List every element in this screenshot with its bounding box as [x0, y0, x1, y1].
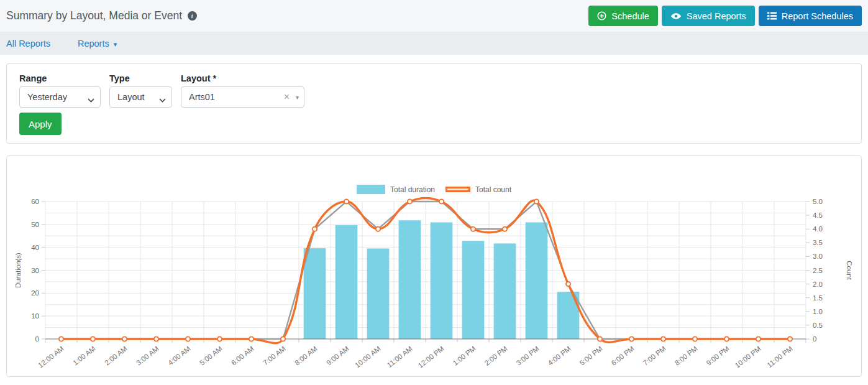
- title-bar: Summary by Layout, Media or Event i Sche…: [0, 0, 868, 32]
- left-axis-tick-label: 30: [31, 267, 39, 274]
- x-axis-category-label: 4:00 PM: [547, 345, 572, 367]
- clear-selection-icon[interactable]: ×: [284, 92, 290, 102]
- right-axis-title: Count: [846, 261, 853, 280]
- duration-bar: [431, 223, 453, 339]
- layout-label: Layout *: [181, 73, 304, 83]
- count-point-marker: [376, 227, 380, 231]
- x-axis-category-label: 6:00 PM: [610, 345, 636, 367]
- x-axis-category-label: 7:00 AM: [262, 345, 287, 366]
- type-select-value: Layout: [117, 92, 145, 102]
- saved-reports-button[interactable]: Saved Reports: [662, 6, 755, 26]
- count-point-marker: [122, 336, 127, 341]
- nav-reports-label: Reports: [78, 39, 109, 49]
- count-point-marker: [249, 336, 254, 341]
- x-axis-category-label: 10:00 AM: [354, 345, 382, 369]
- total-count-label: Total count: [475, 185, 511, 194]
- left-axis-tick-label: 20: [31, 289, 39, 297]
- range-select-value: Yesterday: [27, 92, 67, 102]
- count-point-marker: [629, 336, 634, 341]
- left-axis-tick-label: 40: [31, 244, 39, 251]
- nav-all-reports[interactable]: All Reports: [6, 39, 50, 49]
- x-axis-category-label: 1:00 AM: [71, 345, 97, 366]
- x-axis-category-label: 2:00 AM: [103, 345, 129, 366]
- x-axis-category-label: 8:00 PM: [674, 345, 699, 367]
- x-axis-category-label: 8:00 AM: [293, 345, 319, 366]
- report-schedules-button[interactable]: Report Schedules: [759, 6, 862, 26]
- chevron-down-icon[interactable]: ▾: [296, 94, 299, 101]
- left-axis-title: Duration(s): [14, 253, 22, 288]
- right-axis-tick-label: 3.5: [813, 239, 823, 246]
- x-axis-category-label: 5:00 AM: [198, 345, 224, 366]
- type-select[interactable]: Layout: [109, 86, 172, 108]
- duration-bar: [526, 223, 548, 339]
- left-axis-tick-label: 10: [31, 312, 39, 320]
- count-point-marker: [154, 336, 158, 341]
- layout-select[interactable]: Arts01 × ▾: [181, 86, 304, 108]
- range-label: Range: [19, 73, 101, 83]
- right-axis-tick-label: 2.0: [813, 281, 823, 288]
- type-label: Type: [109, 73, 172, 83]
- list-icon: [767, 12, 777, 20]
- range-select[interactable]: Yesterday: [19, 86, 101, 108]
- x-axis-category-label: 11:00 AM: [386, 345, 414, 369]
- count-point-marker: [756, 336, 761, 341]
- x-axis-category-label: 12:00 PM: [417, 345, 445, 369]
- count-point-marker: [471, 227, 475, 231]
- left-axis-tick-label: 0: [35, 335, 39, 343]
- x-axis-category-label: 9:00 PM: [705, 345, 731, 367]
- left-axis-tick-label: 60: [31, 198, 39, 205]
- right-axis-tick-label: 0: [813, 335, 816, 343]
- right-axis-tick-label: 4.5: [813, 211, 823, 219]
- count-point-marker: [503, 227, 507, 231]
- x-axis-category-label: 3:00 PM: [515, 345, 541, 367]
- count-point-marker: [661, 336, 665, 341]
- x-axis-category-label: 4:00 AM: [167, 345, 192, 366]
- count-point-marker: [439, 199, 444, 203]
- count-point-marker: [281, 336, 285, 341]
- right-axis-tick-label: 2.5: [813, 267, 823, 274]
- x-axis-category-label: 6:00 AM: [230, 345, 255, 366]
- chart-legend: Total duration Total count: [7, 185, 861, 194]
- count-point-marker: [724, 336, 729, 341]
- count-point-marker: [186, 336, 190, 341]
- count-point-marker: [59, 336, 63, 341]
- duration-bar: [336, 225, 358, 339]
- left-axis-tick-label: 50: [31, 221, 39, 228]
- layout-select-value: Arts01: [189, 92, 215, 102]
- right-axis-tick-label: 4.0: [813, 225, 823, 233]
- right-axis-tick-label: 5.0: [813, 198, 823, 205]
- chevron-down-icon: [159, 95, 166, 104]
- count-point-marker: [217, 336, 222, 341]
- legend-item-total-count[interactable]: Total count: [445, 185, 511, 194]
- reports-navbar: All Reports Reports ▾: [0, 32, 868, 55]
- count-point-marker: [91, 336, 95, 341]
- count-point-marker: [408, 199, 412, 203]
- info-icon[interactable]: i: [188, 11, 197, 21]
- nav-all-reports-label: All Reports: [6, 39, 50, 49]
- x-axis-category-label: 2:00 PM: [483, 345, 509, 367]
- x-axis-category-label: 12:00 AM: [37, 345, 65, 369]
- nav-reports-dropdown[interactable]: Reports ▾: [78, 39, 117, 49]
- duration-bar: [494, 243, 516, 339]
- legend-item-total-duration[interactable]: Total duration: [357, 185, 435, 194]
- saved-reports-button-label: Saved Reports: [687, 11, 746, 21]
- count-point-marker: [344, 199, 349, 203]
- schedule-button[interactable]: Schedule: [588, 6, 657, 26]
- report-schedules-button-label: Report Schedules: [782, 11, 853, 21]
- total-count-swatch: [445, 187, 470, 192]
- x-axis-category-label: 5:00 PM: [578, 345, 604, 367]
- chevron-down-icon: [88, 95, 94, 104]
- duration-bar: [304, 248, 326, 339]
- count-point-marker: [693, 336, 697, 341]
- x-axis-category-label: 1:00 PM: [452, 345, 477, 367]
- count-point-marker: [313, 227, 317, 231]
- right-axis-tick-label: 3.0: [813, 253, 823, 260]
- total-duration-label: Total duration: [390, 185, 435, 194]
- duration-bar: [399, 220, 421, 339]
- count-point-marker: [534, 199, 539, 203]
- schedule-button-label: Schedule: [611, 11, 649, 21]
- filter-panel: Range Yesterday Type Layout Layout * Art…: [6, 63, 862, 144]
- x-axis-category-label: 3:00 AM: [135, 345, 160, 366]
- apply-button[interactable]: Apply: [19, 113, 62, 135]
- x-axis-category-label: 10:00 PM: [734, 345, 762, 369]
